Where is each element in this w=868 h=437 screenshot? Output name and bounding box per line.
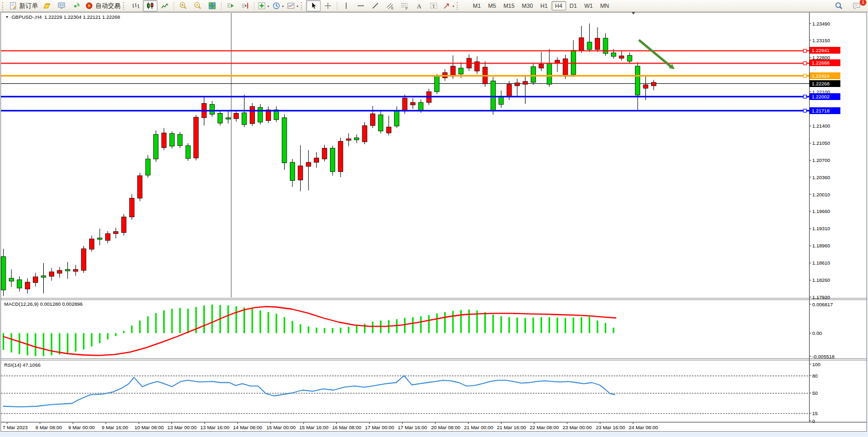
svg-text:A: A xyxy=(417,3,422,10)
label-button[interactable]: T xyxy=(426,0,441,11)
vertical-line-button[interactable] xyxy=(339,0,353,11)
time-axis-label: 17 Mar 16:00 xyxy=(398,424,427,430)
news-icon xyxy=(72,2,80,10)
time-axis-label: 21 Mar 00:00 xyxy=(464,424,493,430)
tile-windows-button[interactable] xyxy=(205,0,219,11)
price-axis-tick: 1.23490 xyxy=(812,21,830,27)
timeframe-h4[interactable]: H4 xyxy=(552,1,566,10)
hline-price-label: 1.22688 xyxy=(810,59,840,66)
time-axis-label: 9 Mar 16:00 xyxy=(102,424,128,430)
fibonacci-icon: F xyxy=(400,2,409,10)
time-axis-label: 8 Mar 08:00 xyxy=(35,424,62,430)
zoom-out-button[interactable] xyxy=(190,0,205,11)
time-axis-label: 21 Mar 16:00 xyxy=(497,424,526,430)
time-axis-label: 14 Mar 08:00 xyxy=(233,424,262,430)
time-axis-label: 10 Mar 08:00 xyxy=(135,424,164,430)
dropdown-caret-icon[interactable]: ▾ xyxy=(267,4,269,8)
arrows-button[interactable]: ▾ xyxy=(441,0,456,11)
channel-button[interactable]: E xyxy=(383,0,397,11)
main-toolbar: 新订单自动交易▾▾▾EFAT▾M1M5M15M30H1H4D1W1MN1 xyxy=(0,0,868,12)
fibonacci-button[interactable]: F xyxy=(397,0,412,11)
candlestick-chart-button[interactable] xyxy=(143,0,157,11)
auto-scroll-icon xyxy=(226,2,235,10)
price-axis-tick: 1.18260 xyxy=(812,277,830,283)
text-button[interactable]: A xyxy=(412,0,426,11)
time-axis-label: 24 Mar 08:00 xyxy=(629,424,658,430)
dropdown-caret-icon[interactable]: ▾ xyxy=(453,4,454,8)
time-axis-label: 17 Mar 00:00 xyxy=(365,424,394,430)
new-order-button[interactable]: 新订单 xyxy=(7,0,40,11)
auto-scroll-button[interactable] xyxy=(223,0,238,11)
autotrading-icon xyxy=(85,2,93,10)
zoom-in-icon xyxy=(179,2,187,10)
bar-chart-button[interactable] xyxy=(128,0,143,11)
templates-button[interactable]: ▾ xyxy=(285,0,300,11)
macd-axis-tick: -0.005518 xyxy=(812,354,835,359)
search-icon xyxy=(835,2,843,10)
macd-axis-tick: 0.00 xyxy=(812,330,822,336)
timeframe-d1[interactable]: D1 xyxy=(566,1,581,10)
timeframe-h1[interactable]: H1 xyxy=(536,1,551,10)
rsi-axis-tick: 80 xyxy=(812,373,818,379)
toolbar-separator xyxy=(174,2,174,10)
timeframe-w1[interactable]: W1 xyxy=(581,1,597,10)
price-axis-tick: 1.19660 xyxy=(812,208,830,214)
label-icon: T xyxy=(430,2,438,10)
time-axis-label: 16 Mar 08:00 xyxy=(332,424,361,430)
svg-text:E: E xyxy=(392,6,394,10)
cursor-button[interactable] xyxy=(306,0,321,11)
price-axis-tick: 1.21400 xyxy=(812,123,830,129)
news-button[interactable] xyxy=(69,0,83,11)
time-axis-label: 13 Mar 16:00 xyxy=(200,424,229,430)
price-axis-tick: 1.20010 xyxy=(812,192,830,197)
price-axis-tick: 1.17920 xyxy=(812,294,830,300)
profiles-button[interactable] xyxy=(40,0,54,11)
chart-shift-button[interactable] xyxy=(238,0,252,11)
time-axis-label: 22 Mar 08:00 xyxy=(530,424,559,430)
rsi-axis-tick: 50 xyxy=(812,390,818,396)
timeframe-m15[interactable]: M15 xyxy=(500,1,518,10)
indicators-icon xyxy=(258,2,266,10)
toolbar-grip xyxy=(123,2,126,10)
hline-tool-icon xyxy=(357,2,365,10)
hline-price-label: 1.22424 xyxy=(810,72,840,79)
chart-title: ▼ GBPUSD-,H4 1.22229 1.22304 1.22121 1.2… xyxy=(5,14,120,20)
toolbar-grip xyxy=(457,2,460,10)
price-axis-tick: 1.19310 xyxy=(812,226,830,231)
toolbar-separator xyxy=(221,2,222,10)
bars-chart-icon xyxy=(131,2,140,10)
chart-symbol-period: GBPUSD-,H4 xyxy=(11,14,42,20)
svg-text:T: T xyxy=(432,4,435,9)
terminal-icon xyxy=(57,2,66,10)
time-axis-label: 9 Mar 00:00 xyxy=(68,424,95,430)
line-chart-button[interactable] xyxy=(157,0,172,11)
periods-button[interactable]: ▾ xyxy=(271,0,285,11)
dropdown-caret-icon[interactable]: ▾ xyxy=(282,4,284,8)
rsi-axis-tick: 100 xyxy=(812,361,821,367)
zoom-in-button[interactable] xyxy=(176,0,190,11)
hline-price-label: 1.21718 xyxy=(810,107,840,114)
search-button[interactable] xyxy=(832,0,846,11)
terminal-button[interactable] xyxy=(54,0,69,11)
price-axis-tick: 1.21050 xyxy=(812,140,830,146)
horizontal-line-button[interactable] xyxy=(353,0,368,11)
time-axis-label: 7 Mar 2023 xyxy=(3,424,28,430)
macd-axis-tick: 0.006817 xyxy=(812,302,833,307)
rsi-axis-tick: 0 xyxy=(812,418,815,424)
timeframe-m1[interactable]: M1 xyxy=(469,1,484,10)
indicators-button[interactable]: ▾ xyxy=(256,0,271,11)
timeframe-mn[interactable]: MN xyxy=(596,1,613,10)
collapse-chart-icon[interactable]: ▼ xyxy=(5,15,9,19)
crosshair-button[interactable] xyxy=(321,0,335,11)
time-axis-label: 15 Mar 00:00 xyxy=(266,424,296,430)
tile-windows-icon xyxy=(208,2,216,10)
svg-text:F: F xyxy=(406,7,408,10)
timeframe-m30[interactable]: M30 xyxy=(518,1,536,10)
dropdown-caret-icon[interactable]: ▾ xyxy=(297,4,298,8)
autotrading-button[interactable]: 自动交易 xyxy=(83,0,122,11)
autotrading-button-label: 自动交易 xyxy=(95,2,120,10)
notifications-button[interactable]: 1 xyxy=(849,0,864,11)
trendline-button[interactable] xyxy=(368,0,383,11)
chart-canvas[interactable] xyxy=(0,0,868,437)
timeframe-m5[interactable]: M5 xyxy=(484,1,499,10)
